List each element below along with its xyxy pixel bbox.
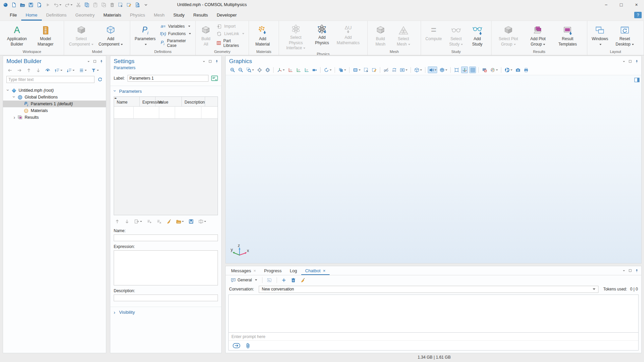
help-button[interactable]: ?	[634, 12, 642, 18]
toolbar-button[interactable]	[197, 218, 207, 225]
ribbon-button[interactable]: Add Material	[252, 23, 273, 48]
tree-expander-icon[interactable]	[12, 95, 17, 99]
toolbar-button[interactable]	[391, 66, 397, 73]
ribbon-button[interactable]: Build Mesh	[370, 23, 390, 48]
label-input[interactable]	[128, 75, 208, 82]
ribbon-button[interactable]: Add Plot Group	[524, 23, 552, 48]
ribbon-button[interactable]: Reset Desktop	[611, 23, 639, 48]
toolbar-button[interactable]: xz	[303, 66, 310, 73]
toolbar-button[interactable]	[25, 67, 32, 74]
menu-tab[interactable]: Materials	[99, 9, 125, 21]
toolbar-button[interactable]	[237, 66, 244, 73]
toolbar-button[interactable]	[229, 66, 236, 73]
toolbar-button[interactable]: xy	[287, 66, 293, 73]
toolbar-button[interactable]	[78, 67, 87, 74]
tree-item[interactable]: Pi Parameters 1 {default}	[3, 101, 106, 107]
qat-button[interactable]	[101, 2, 107, 8]
toolbar-button[interactable]	[514, 66, 521, 73]
chat-history[interactable]	[228, 295, 639, 333]
attach-icon[interactable]	[245, 342, 251, 349]
tree-item[interactable]: Results	[3, 114, 106, 121]
panel-caret-icon[interactable]	[622, 60, 625, 63]
ribbon-button[interactable]: Select Physics Interface	[282, 22, 310, 52]
toolbar-button[interactable]	[175, 218, 185, 225]
qat-button[interactable]	[117, 2, 123, 8]
table-column-header[interactable]: Description	[182, 97, 205, 106]
ribbon-button[interactable]: Select Study	[445, 23, 468, 48]
qat-button[interactable]	[109, 2, 115, 8]
tree-item[interactable]: Materials	[3, 107, 106, 114]
toolbar-button[interactable]	[439, 66, 448, 73]
toolbar-button[interactable]	[165, 218, 172, 225]
parameters-table[interactable]: NameExpressionValueDescription	[114, 96, 218, 215]
ribbon-button[interactable]: A Application Builder	[3, 23, 31, 48]
toolbar-button[interactable]	[383, 66, 389, 73]
toolbar-button[interactable]	[188, 218, 194, 225]
ribbon-small-button[interactable]: Pi Parameter Case	[159, 38, 192, 48]
toolbar-button[interactable]: yz	[295, 66, 302, 73]
toolbar-button[interactable]	[133, 218, 143, 225]
ribbon-button[interactable]: Build All	[198, 23, 213, 48]
table-row[interactable]	[114, 107, 218, 119]
toolbar-button[interactable]	[44, 67, 51, 74]
menu-tab[interactable]: File	[5, 9, 21, 21]
panel-pin-icon[interactable]	[215, 60, 219, 63]
qat-button[interactable]	[143, 2, 149, 8]
bottom-tab[interactable]: Log	[286, 266, 301, 275]
label-edit-icon[interactable]	[211, 75, 218, 81]
toolbar-button[interactable]	[66, 67, 75, 74]
qat-button[interactable]	[36, 2, 42, 8]
conversation-select[interactable]: New conversation	[259, 286, 598, 293]
menu-tab[interactable]: Definitions	[42, 9, 71, 21]
ribbon-small-button[interactable]: f(x) Functions	[159, 31, 192, 37]
description-field[interactable]	[114, 295, 218, 301]
toolbar-button[interactable]	[35, 67, 41, 74]
toolbar-button[interactable]	[123, 218, 130, 225]
graphics-canvas[interactable]: z y x	[226, 75, 641, 263]
qat-button[interactable]	[75, 2, 81, 8]
toolbar-button[interactable]	[90, 67, 100, 74]
toolbar-button[interactable]	[337, 66, 347, 73]
name-field[interactable]	[114, 234, 218, 241]
filter-input[interactable]	[6, 76, 94, 83]
toolbar-button[interactable]	[461, 66, 468, 73]
panel-pin-icon[interactable]	[635, 60, 639, 63]
panel-caret-icon[interactable]	[87, 60, 90, 63]
ribbon-button[interactable]: ΔU Add Mathematics	[334, 22, 363, 52]
ribbon-small-button[interactable]: LiveLink	[215, 31, 245, 37]
ribbon-button[interactable]: Windows	[590, 23, 610, 48]
toolbar-button[interactable]	[290, 277, 297, 283]
toolbar-button[interactable]	[453, 66, 460, 73]
toolbar-button[interactable]	[264, 66, 271, 73]
toolbar-button[interactable]	[266, 277, 273, 283]
qat-button[interactable]	[11, 2, 17, 8]
bottom-tab[interactable]: Chatbot ×	[301, 266, 330, 275]
panel-max-icon[interactable]	[93, 60, 96, 63]
toolbar-button[interactable]	[371, 66, 377, 73]
side-toggle-icon[interactable]	[634, 78, 640, 82]
panel-caret-icon[interactable]	[202, 60, 205, 63]
panel-pin-icon[interactable]	[635, 269, 639, 273]
menu-tab[interactable]: Study	[169, 9, 189, 21]
qat-button[interactable]	[28, 2, 34, 8]
toolbar-button[interactable]	[363, 66, 369, 73]
toolbar-button[interactable]	[6, 67, 13, 74]
toolbar-button[interactable]	[156, 218, 162, 225]
ribbon-button[interactable]: Select Component	[67, 23, 95, 48]
visibility-section-header[interactable]: Visibility	[110, 307, 221, 317]
toolbar-button[interactable]	[54, 67, 63, 74]
table-column-header[interactable]: Value	[156, 97, 182, 106]
table-column-header[interactable]: Name	[114, 97, 140, 106]
bottom-tab[interactable]: Progress	[260, 266, 286, 275]
parameters-section-header[interactable]: Parameters	[110, 86, 221, 96]
prompt-input[interactable]	[229, 333, 638, 341]
toolbar-button[interactable]	[256, 66, 263, 73]
toolbar-button[interactable]	[146, 218, 152, 225]
toolbar-button[interactable]	[413, 66, 423, 73]
general-mode-button[interactable]: General	[229, 277, 258, 283]
qat-button[interactable]	[45, 2, 51, 8]
tree-item[interactable]: Untitled.mph (root)	[3, 87, 106, 94]
ribbon-button[interactable]: Add Study	[469, 23, 486, 48]
close-tab-icon[interactable]: ×	[323, 268, 326, 273]
toolbar-button[interactable]	[311, 66, 318, 73]
